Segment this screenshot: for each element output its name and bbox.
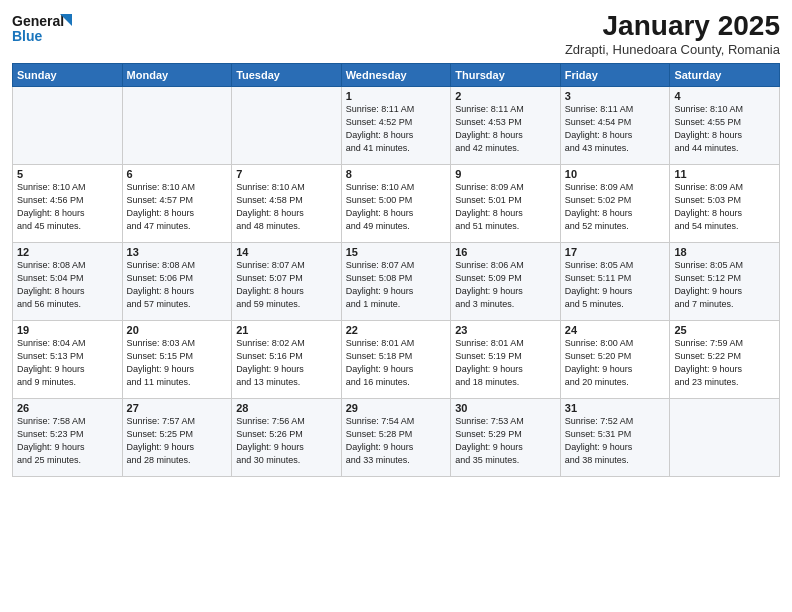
day-number: 31	[565, 402, 666, 414]
day-cell	[670, 399, 780, 477]
day-number: 29	[346, 402, 447, 414]
header-sunday: Sunday	[13, 64, 123, 87]
day-number: 19	[17, 324, 118, 336]
day-info: Sunrise: 8:10 AM Sunset: 4:58 PM Dayligh…	[236, 181, 337, 233]
day-cell: 27Sunrise: 7:57 AM Sunset: 5:25 PM Dayli…	[122, 399, 232, 477]
day-number: 6	[127, 168, 228, 180]
week-row-1: 1Sunrise: 8:11 AM Sunset: 4:52 PM Daylig…	[13, 87, 780, 165]
week-row-3: 12Sunrise: 8:08 AM Sunset: 5:04 PM Dayli…	[13, 243, 780, 321]
day-number: 22	[346, 324, 447, 336]
day-number: 27	[127, 402, 228, 414]
day-info: Sunrise: 8:10 AM Sunset: 4:55 PM Dayligh…	[674, 103, 775, 155]
calendar-subtitle: Zdrapti, Hunedoara County, Romania	[565, 42, 780, 57]
day-number: 15	[346, 246, 447, 258]
day-info: Sunrise: 8:09 AM Sunset: 5:01 PM Dayligh…	[455, 181, 556, 233]
day-number: 16	[455, 246, 556, 258]
day-number: 5	[17, 168, 118, 180]
day-number: 20	[127, 324, 228, 336]
day-info: Sunrise: 8:02 AM Sunset: 5:16 PM Dayligh…	[236, 337, 337, 389]
day-number: 11	[674, 168, 775, 180]
day-info: Sunrise: 8:09 AM Sunset: 5:03 PM Dayligh…	[674, 181, 775, 233]
day-cell: 16Sunrise: 8:06 AM Sunset: 5:09 PM Dayli…	[451, 243, 561, 321]
day-info: Sunrise: 8:09 AM Sunset: 5:02 PM Dayligh…	[565, 181, 666, 233]
day-cell: 22Sunrise: 8:01 AM Sunset: 5:18 PM Dayli…	[341, 321, 451, 399]
day-cell: 28Sunrise: 7:56 AM Sunset: 5:26 PM Dayli…	[232, 399, 342, 477]
header-friday: Friday	[560, 64, 670, 87]
day-number: 13	[127, 246, 228, 258]
day-info: Sunrise: 7:52 AM Sunset: 5:31 PM Dayligh…	[565, 415, 666, 467]
day-info: Sunrise: 8:08 AM Sunset: 5:06 PM Dayligh…	[127, 259, 228, 311]
day-number: 17	[565, 246, 666, 258]
header-tuesday: Tuesday	[232, 64, 342, 87]
day-number: 12	[17, 246, 118, 258]
day-cell: 13Sunrise: 8:08 AM Sunset: 5:06 PM Dayli…	[122, 243, 232, 321]
day-cell: 29Sunrise: 7:54 AM Sunset: 5:28 PM Dayli…	[341, 399, 451, 477]
day-info: Sunrise: 8:11 AM Sunset: 4:53 PM Dayligh…	[455, 103, 556, 155]
day-info: Sunrise: 7:56 AM Sunset: 5:26 PM Dayligh…	[236, 415, 337, 467]
calendar-header: Sunday Monday Tuesday Wednesday Thursday…	[13, 64, 780, 87]
day-number: 1	[346, 90, 447, 102]
day-cell: 31Sunrise: 7:52 AM Sunset: 5:31 PM Dayli…	[560, 399, 670, 477]
header: GeneralBlue January 2025 Zdrapti, Hunedo…	[12, 10, 780, 57]
day-number: 18	[674, 246, 775, 258]
header-thursday: Thursday	[451, 64, 561, 87]
day-cell: 21Sunrise: 8:02 AM Sunset: 5:16 PM Dayli…	[232, 321, 342, 399]
day-info: Sunrise: 7:54 AM Sunset: 5:28 PM Dayligh…	[346, 415, 447, 467]
day-number: 25	[674, 324, 775, 336]
week-row-4: 19Sunrise: 8:04 AM Sunset: 5:13 PM Dayli…	[13, 321, 780, 399]
day-info: Sunrise: 8:10 AM Sunset: 4:57 PM Dayligh…	[127, 181, 228, 233]
header-wednesday: Wednesday	[341, 64, 451, 87]
day-cell: 9Sunrise: 8:09 AM Sunset: 5:01 PM Daylig…	[451, 165, 561, 243]
day-info: Sunrise: 8:00 AM Sunset: 5:20 PM Dayligh…	[565, 337, 666, 389]
day-info: Sunrise: 8:06 AM Sunset: 5:09 PM Dayligh…	[455, 259, 556, 311]
day-cell: 12Sunrise: 8:08 AM Sunset: 5:04 PM Dayli…	[13, 243, 123, 321]
day-number: 24	[565, 324, 666, 336]
day-number: 9	[455, 168, 556, 180]
weekday-row: Sunday Monday Tuesday Wednesday Thursday…	[13, 64, 780, 87]
calendar-title: January 2025	[565, 10, 780, 42]
week-row-2: 5Sunrise: 8:10 AM Sunset: 4:56 PM Daylig…	[13, 165, 780, 243]
day-cell	[232, 87, 342, 165]
svg-text:Blue: Blue	[12, 28, 43, 44]
day-cell: 4Sunrise: 8:10 AM Sunset: 4:55 PM Daylig…	[670, 87, 780, 165]
day-cell: 2Sunrise: 8:11 AM Sunset: 4:53 PM Daylig…	[451, 87, 561, 165]
day-number: 23	[455, 324, 556, 336]
day-info: Sunrise: 8:07 AM Sunset: 5:07 PM Dayligh…	[236, 259, 337, 311]
day-cell: 6Sunrise: 8:10 AM Sunset: 4:57 PM Daylig…	[122, 165, 232, 243]
day-cell: 18Sunrise: 8:05 AM Sunset: 5:12 PM Dayli…	[670, 243, 780, 321]
calendar-table: Sunday Monday Tuesday Wednesday Thursday…	[12, 63, 780, 477]
day-cell: 23Sunrise: 8:01 AM Sunset: 5:19 PM Dayli…	[451, 321, 561, 399]
day-cell: 30Sunrise: 7:53 AM Sunset: 5:29 PM Dayli…	[451, 399, 561, 477]
day-info: Sunrise: 8:07 AM Sunset: 5:08 PM Dayligh…	[346, 259, 447, 311]
day-info: Sunrise: 8:05 AM Sunset: 5:12 PM Dayligh…	[674, 259, 775, 311]
day-cell: 1Sunrise: 8:11 AM Sunset: 4:52 PM Daylig…	[341, 87, 451, 165]
day-number: 7	[236, 168, 337, 180]
day-cell: 8Sunrise: 8:10 AM Sunset: 5:00 PM Daylig…	[341, 165, 451, 243]
logo: GeneralBlue	[12, 10, 72, 46]
day-cell: 25Sunrise: 7:59 AM Sunset: 5:22 PM Dayli…	[670, 321, 780, 399]
day-cell: 10Sunrise: 8:09 AM Sunset: 5:02 PM Dayli…	[560, 165, 670, 243]
title-block: January 2025 Zdrapti, Hunedoara County, …	[565, 10, 780, 57]
week-row-5: 26Sunrise: 7:58 AM Sunset: 5:23 PM Dayli…	[13, 399, 780, 477]
day-info: Sunrise: 7:58 AM Sunset: 5:23 PM Dayligh…	[17, 415, 118, 467]
day-info: Sunrise: 8:10 AM Sunset: 5:00 PM Dayligh…	[346, 181, 447, 233]
day-info: Sunrise: 7:53 AM Sunset: 5:29 PM Dayligh…	[455, 415, 556, 467]
day-number: 10	[565, 168, 666, 180]
day-cell: 14Sunrise: 8:07 AM Sunset: 5:07 PM Dayli…	[232, 243, 342, 321]
day-info: Sunrise: 8:05 AM Sunset: 5:11 PM Dayligh…	[565, 259, 666, 311]
day-info: Sunrise: 8:03 AM Sunset: 5:15 PM Dayligh…	[127, 337, 228, 389]
day-cell: 7Sunrise: 8:10 AM Sunset: 4:58 PM Daylig…	[232, 165, 342, 243]
day-number: 26	[17, 402, 118, 414]
day-cell: 5Sunrise: 8:10 AM Sunset: 4:56 PM Daylig…	[13, 165, 123, 243]
day-number: 21	[236, 324, 337, 336]
day-info: Sunrise: 8:01 AM Sunset: 5:19 PM Dayligh…	[455, 337, 556, 389]
day-info: Sunrise: 8:08 AM Sunset: 5:04 PM Dayligh…	[17, 259, 118, 311]
day-info: Sunrise: 7:59 AM Sunset: 5:22 PM Dayligh…	[674, 337, 775, 389]
day-number: 4	[674, 90, 775, 102]
day-cell: 19Sunrise: 8:04 AM Sunset: 5:13 PM Dayli…	[13, 321, 123, 399]
calendar-body: 1Sunrise: 8:11 AM Sunset: 4:52 PM Daylig…	[13, 87, 780, 477]
logo-svg: GeneralBlue	[12, 10, 72, 46]
header-saturday: Saturday	[670, 64, 780, 87]
day-number: 30	[455, 402, 556, 414]
header-monday: Monday	[122, 64, 232, 87]
